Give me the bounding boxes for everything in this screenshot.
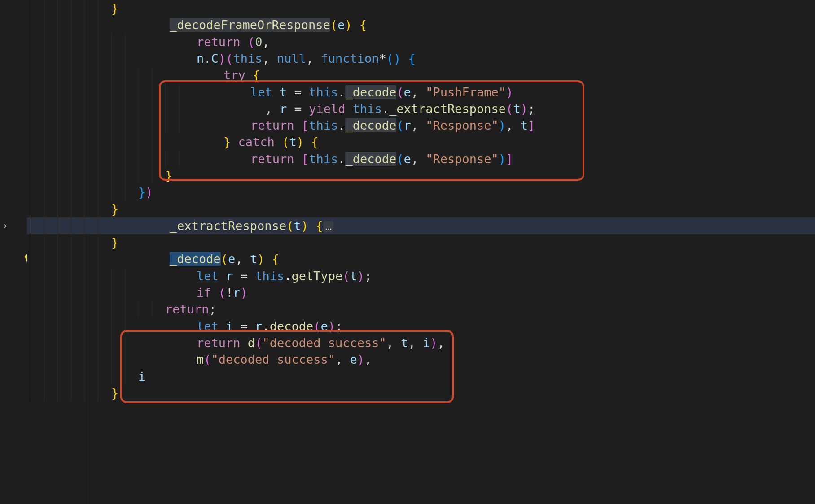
fold-caret-icon[interactable]: › [3,220,8,232]
code-line[interactable]: m("decoded success", e), [27,351,815,368]
code-line[interactable]: }) [27,184,815,200]
keyword-if: if [197,286,211,300]
code-line-current[interactable]: _extractResponse(t) {… [27,217,815,234]
editor-content[interactable]: } _decodeFrameOrResponse(e) { return (0,… [27,0,815,504]
code-line[interactable]: return [this._decode(e, "Response")] [27,151,815,167]
code-line[interactable]: return [this._decode(r, "Response"), t] [27,117,815,134]
gutter: › 💡 [0,0,27,504]
code-line[interactable]: i [27,368,815,385]
code-line[interactable]: if (!r) [27,284,815,301]
code-editor[interactable]: › 💡 } _decodeFrameOrResponse(e) { return… [0,0,815,504]
code-line[interactable]: } [27,385,815,401]
folded-ellipsis-icon[interactable]: … [324,221,333,232]
code-line[interactable]: } [27,167,815,184]
code-line[interactable]: n.C)(this, null, function*() { [27,50,815,67]
method-name: _extractResponse [170,219,286,233]
